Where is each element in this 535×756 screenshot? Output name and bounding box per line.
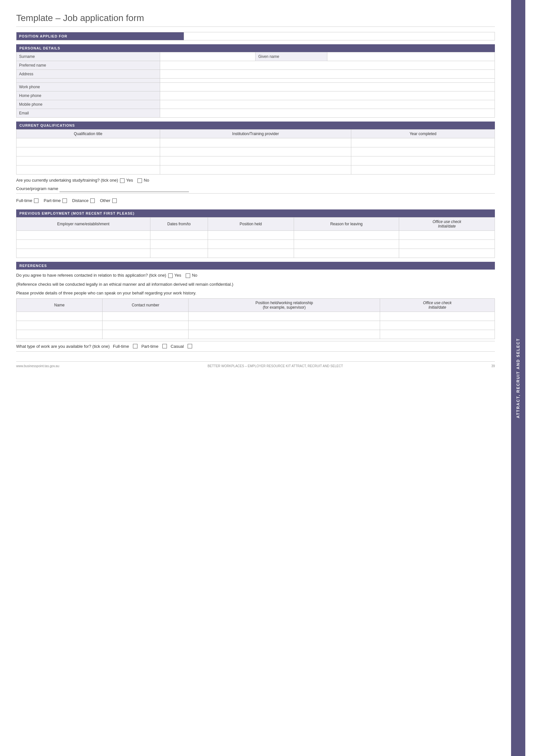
position-section: POSITION APPLIED FOR xyxy=(16,32,495,40)
qualifications-header: CURRENT QUALIFICATIONS xyxy=(16,122,495,129)
qualifications-section: CURRENT QUALIFICATIONS Qualification tit… xyxy=(16,122,495,205)
refs-yes-label: Yes xyxy=(174,273,181,278)
preferred-label: Preferred name xyxy=(16,61,160,70)
qual-row-4 xyxy=(16,166,495,175)
homephone-label: Home phone xyxy=(16,92,160,100)
qual-col2-header: Institution/Training provider xyxy=(160,130,351,138)
workphone-value[interactable] xyxy=(160,83,494,92)
distance-label: Distance xyxy=(72,198,89,203)
study-no-checkbox[interactable] xyxy=(137,178,142,183)
course-label: Course/program name xyxy=(16,186,58,191)
surname-value[interactable] xyxy=(160,52,256,61)
refs-question-text: Do you agree to have referees contacted … xyxy=(16,273,166,278)
casual-wt-checkbox[interactable] xyxy=(187,344,192,348)
refs-para1: (Reference checks will be conducted lega… xyxy=(16,281,495,288)
mobile-label: Mobile phone xyxy=(16,100,160,109)
refs-row-3 xyxy=(16,330,495,339)
references-header: REFERENCES xyxy=(16,262,495,270)
work-type-line: What type of work are you available for?… xyxy=(16,341,495,352)
workphone-label: Work phone xyxy=(16,83,160,92)
address-label: Address xyxy=(16,70,160,79)
address-value[interactable] xyxy=(160,70,494,79)
distance-checkbox[interactable] xyxy=(90,199,95,203)
other-label: Other xyxy=(100,198,111,203)
footer: www.businesspoint.tas.gov.au BETTER WORK… xyxy=(16,361,495,368)
mode-line: Full-time Part-time Distance Other xyxy=(16,196,495,206)
homephone-value[interactable] xyxy=(160,92,494,100)
emp-col3: Position held xyxy=(208,218,294,231)
givenname-value[interactable] xyxy=(327,52,495,61)
refs-col3-line1: Position held/working relationship xyxy=(256,301,313,305)
surname-row: Surname Given name xyxy=(16,52,495,61)
email-label: Email xyxy=(16,109,160,118)
workphone-row: Work phone xyxy=(16,83,495,92)
refs-col1: Name xyxy=(16,298,102,311)
emp-col5-line1: Office use check xyxy=(433,220,461,224)
qual-row-3 xyxy=(16,156,495,166)
parttime-wt-label: Part-time xyxy=(141,344,158,349)
other-checkbox[interactable] xyxy=(112,199,117,203)
study-question-text: Are you currently undertaking study/trai… xyxy=(16,178,118,183)
course-value[interactable] xyxy=(60,186,189,192)
refs-row-1 xyxy=(16,311,495,321)
refs-col3: Position held/working relationship (for … xyxy=(188,298,380,311)
refs-no-label: No xyxy=(192,273,197,278)
position-header: POSITION APPLIED FOR xyxy=(16,32,184,40)
fulltime-checkbox[interactable] xyxy=(34,199,39,203)
fulltime-wt-label: Full-time xyxy=(113,344,129,349)
emp-col1: Employer name/establishment xyxy=(16,218,151,231)
study-yes-checkbox[interactable] xyxy=(120,178,125,183)
homephone-row: Home phone xyxy=(16,92,495,100)
emp-col5: Office use check Initial/date xyxy=(399,218,495,231)
study-no-label: No xyxy=(144,178,150,183)
fulltime-label: Full-time xyxy=(16,198,32,203)
personal-section: PERSONAL DETAILS Surname Given name Pref… xyxy=(16,44,495,118)
references-section: REFERENCES Do you agree to have referees… xyxy=(16,262,495,352)
refs-question-line: Do you agree to have referees contacted … xyxy=(16,272,495,279)
refs-yes-checkbox[interactable] xyxy=(168,273,173,278)
refs-para2: Please provide details of three people w… xyxy=(16,290,495,296)
footer-center: BETTER WORKPLACES – EMPLOYER RESOURCE KI… xyxy=(208,364,343,368)
parttime-checkbox[interactable] xyxy=(62,199,67,203)
side-tab-text: Attract, Recruit and Select xyxy=(516,338,521,418)
qual-row-1 xyxy=(16,138,495,148)
email-value[interactable] xyxy=(160,109,494,118)
preferred-value[interactable] xyxy=(160,61,494,70)
emp-col2: Dates from/to xyxy=(151,218,208,231)
refs-col2: Contact number xyxy=(102,298,188,311)
emp-row-3 xyxy=(16,249,495,258)
employment-section: PREVIOUS EMPLOYMENT (MOST RECENT FIRST P… xyxy=(16,209,495,258)
refs-col3-line2: (for example, supervisor) xyxy=(263,305,306,310)
surname-label: Surname xyxy=(16,52,160,61)
fulltime-wt-checkbox[interactable] xyxy=(133,344,137,348)
employment-header: PREVIOUS EMPLOYMENT (MOST RECENT FIRST P… xyxy=(16,209,495,217)
emp-col-headers: Employer name/establishment Dates from/t… xyxy=(16,218,495,231)
study-yes-label: Yes xyxy=(126,178,133,183)
refs-col-headers: Name Contact number Position held/workin… xyxy=(16,298,495,311)
givenname-label: Given name xyxy=(256,52,327,61)
personal-header: PERSONAL DETAILS xyxy=(16,44,495,52)
address-value2[interactable] xyxy=(160,79,494,83)
emp-col5-line2: Initial/date xyxy=(438,224,456,229)
mobile-value[interactable] xyxy=(160,100,494,109)
preferred-name-row: Preferred name xyxy=(16,61,495,70)
refs-col4: Office use check Initial/date xyxy=(380,298,495,311)
footer-left: www.businesspoint.tas.gov.au xyxy=(16,364,59,368)
work-type-question: What type of work are you available for?… xyxy=(16,344,110,349)
refs-col4-line2: Initial/date xyxy=(429,305,446,310)
parttime-wt-checkbox[interactable] xyxy=(162,344,167,348)
qual-row-2 xyxy=(16,148,495,156)
refs-col4-line1: Office use check xyxy=(423,301,452,305)
refs-no-checkbox[interactable] xyxy=(186,273,190,278)
parttime-label: Part-time xyxy=(44,198,61,203)
address-row2 xyxy=(16,79,495,83)
emp-row-2 xyxy=(16,240,495,249)
refs-row-2 xyxy=(16,321,495,330)
form-title: Template – Job application form xyxy=(16,13,495,27)
emp-row-1 xyxy=(16,231,495,240)
side-tab: Attract, Recruit and Select xyxy=(511,0,525,756)
email-row: Email xyxy=(16,109,495,118)
qual-col1-header: Qualification title xyxy=(16,130,160,138)
qual-col3-header: Year completed xyxy=(351,130,495,138)
footer-right: 39 xyxy=(491,364,495,368)
